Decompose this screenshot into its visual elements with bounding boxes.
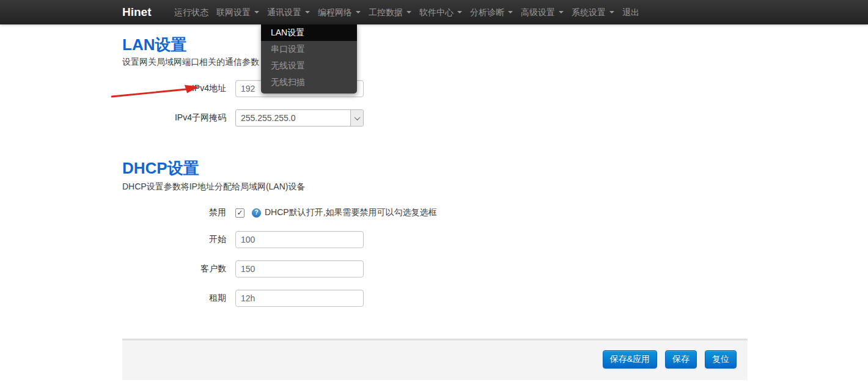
nav-item-advanced-settings[interactable]: 高级设置 bbox=[521, 0, 564, 24]
nav-item-network-settings[interactable]: 联网设置 bbox=[216, 0, 259, 24]
lan-section-title: LAN设置 bbox=[122, 34, 186, 56]
caret-down-icon bbox=[356, 11, 361, 13]
dhcp-disable-checkbox[interactable]: ✓ bbox=[235, 208, 245, 218]
top-navbar: Hinet 运行状态 联网设置 通讯设置 编程网络 工控数据 软件中心 分析诊断… bbox=[0, 0, 868, 24]
save-button[interactable]: 保存 bbox=[665, 350, 697, 369]
nav-item-comm-settings[interactable]: 通讯设置 bbox=[267, 0, 310, 24]
ipv4-netmask-select[interactable]: 255.255.255.0 bbox=[235, 109, 364, 127]
dhcp-start-input[interactable] bbox=[235, 231, 364, 248]
dhcp-disable-label: 禁用 bbox=[122, 207, 235, 218]
menu-item-serial-settings[interactable]: 串口设置 bbox=[261, 41, 357, 57]
comm-settings-dropdown-menu: LAN设置 串口设置 无线设置 无线扫描 bbox=[261, 24, 357, 94]
ipv4-address-label: IPv4地址 bbox=[122, 83, 235, 94]
dhcp-leasetime-input[interactable] bbox=[235, 290, 364, 307]
caret-down-icon bbox=[305, 11, 310, 13]
menu-item-wireless-scan[interactable]: 无线扫描 bbox=[261, 74, 357, 90]
ipv4-netmask-label: IPv4子网掩码 bbox=[122, 112, 235, 123]
dhcp-section-subtitle: DHCP设置参数将IP地址分配给局域网(LAN)设备 bbox=[122, 182, 305, 193]
nav-item-status[interactable]: 运行状态 bbox=[174, 0, 208, 24]
dhcp-help-text: DHCP默认打开,如果需要禁用可以勾选复选框 bbox=[265, 207, 437, 218]
nav-item-programming-network[interactable]: 编程网络 bbox=[318, 0, 361, 24]
nav-item-system-settings[interactable]: 系统设置 bbox=[572, 0, 614, 24]
dhcp-start-label: 开始 bbox=[122, 234, 235, 245]
dhcp-limit-label: 客户数 bbox=[122, 263, 235, 274]
help-icon: ? bbox=[252, 208, 261, 218]
caret-down-icon bbox=[508, 11, 513, 13]
dhcp-limit-input[interactable] bbox=[235, 260, 364, 277]
nav-menu: 运行状态 联网设置 通讯设置 编程网络 工控数据 软件中心 分析诊断 高级设置 … bbox=[174, 0, 639, 24]
caret-down-icon bbox=[457, 11, 462, 13]
ipv4-netmask-value: 255.255.255.0 bbox=[236, 113, 350, 123]
caret-down-icon bbox=[254, 11, 259, 13]
caret-down-icon bbox=[559, 11, 564, 13]
dhcp-leasetime-label: 租期 bbox=[122, 293, 235, 304]
save-apply-button[interactable]: 保存&应用 bbox=[603, 350, 657, 369]
dhcp-leasetime-row: 租期 bbox=[122, 290, 364, 307]
checkmark-icon: ✓ bbox=[237, 209, 243, 216]
nav-item-software-center[interactable]: 软件中心 bbox=[419, 0, 462, 24]
footer-action-bar: 保存&应用 保存 复位 bbox=[122, 339, 748, 380]
brand-logo[interactable]: Hinet bbox=[122, 0, 152, 24]
dhcp-disable-row: 禁用 ✓ ? DHCP默认打开,如果需要禁用可以勾选复选框 bbox=[122, 204, 437, 221]
chevron-down-icon bbox=[354, 114, 360, 120]
menu-item-wireless-settings[interactable]: 无线设置 bbox=[261, 57, 357, 74]
nav-item-logout[interactable]: 退出 bbox=[622, 0, 639, 24]
reset-button[interactable]: 复位 bbox=[705, 350, 737, 369]
lan-section-subtitle: 设置网关局域网端口相关的通信参数 bbox=[122, 57, 259, 68]
dhcp-limit-row: 客户数 bbox=[122, 260, 364, 277]
select-dropdown-button[interactable] bbox=[350, 110, 363, 126]
dhcp-section-title: DHCP设置 bbox=[122, 158, 199, 179]
ipv4-netmask-row: IPv4子网掩码 255.255.255.0 bbox=[122, 109, 364, 127]
caret-down-icon bbox=[609, 11, 614, 13]
dhcp-start-row: 开始 bbox=[122, 231, 364, 248]
caret-down-icon bbox=[406, 11, 411, 13]
menu-item-lan-settings[interactable]: LAN设置 bbox=[261, 24, 357, 41]
nav-item-diagnostics[interactable]: 分析诊断 bbox=[470, 0, 513, 24]
nav-item-industrial-data[interactable]: 工控数据 bbox=[369, 0, 411, 24]
